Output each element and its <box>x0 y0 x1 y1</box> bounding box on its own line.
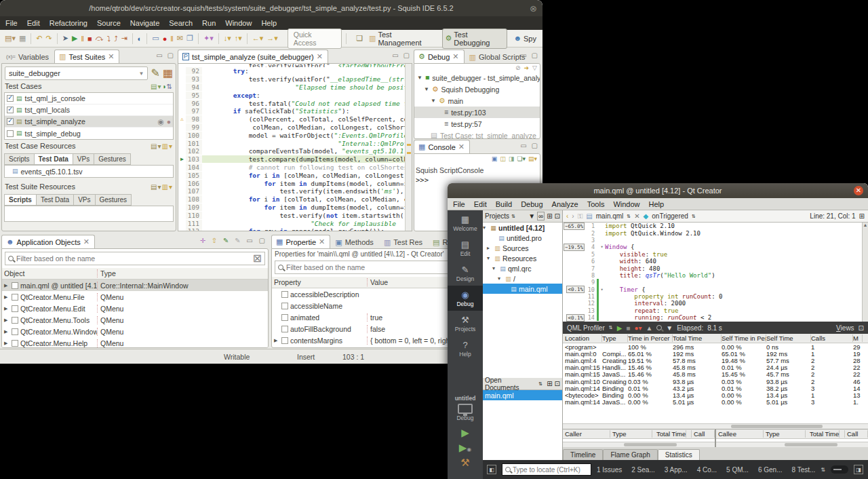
tab-console[interactable]: ▦Console ✕ <box>414 140 470 153</box>
menu-item-file[interactable]: File <box>5 19 18 27</box>
split-editor-icon[interactable]: ⊞ <box>859 212 865 220</box>
col-location[interactable]: Location <box>563 334 602 342</box>
annotation-marker[interactable] <box>407 144 411 146</box>
suite-combobox[interactable]: suite_debugger▼ <box>5 66 148 80</box>
test-case-row[interactable]: ▤tst_qml_js_console <box>5 93 173 104</box>
test-data-row[interactable]: ▤events_qt5.10.1.tsv <box>5 166 173 177</box>
col-mean[interactable]: M <box>853 334 863 342</box>
profiler-row[interactable]: main.qml:10 Creating 0.03 % 93.8 µs 0.03… <box>563 378 868 385</box>
document-dropdown[interactable]: main.qml <box>596 212 624 220</box>
minimize-maximize-icons[interactable]: ▭ ▢ <box>520 142 539 149</box>
tree-item-pro-file[interactable]: ▤untitled.pro <box>483 233 562 243</box>
output-pane-button[interactable]: 8 Test... <box>791 466 815 474</box>
step-return-icon[interactable]: ⤴ <box>113 35 119 43</box>
stack-frame[interactable]: ≡test.py:57 <box>414 118 540 130</box>
back-icon[interactable]: ‹ <box>566 212 568 220</box>
column-object[interactable]: Object <box>2 269 97 277</box>
run-test-icon[interactable]: ◉ <box>157 118 163 126</box>
profiler-row[interactable]: main.qml:4 Creating 19.51 % 57.8 ms 19.4… <box>563 357 868 364</box>
spy-pointer-icon[interactable]: ✦▾ <box>203 34 214 43</box>
new-resource-icon[interactable]: ▤▾ <box>151 183 161 191</box>
menu-item-refactoring[interactable]: Refactoring <box>50 19 87 27</box>
new-resource-icon[interactable]: ▤▾ <box>151 142 161 150</box>
annotation-marker[interactable] <box>407 152 411 154</box>
checkbox[interactable] <box>7 107 14 113</box>
output-pane-button[interactable]: 3 App... <box>665 466 688 474</box>
prev-annotation-icon[interactable]: ↑▾ <box>234 34 243 43</box>
new-test-case-icon[interactable]: ▤▾ <box>151 83 161 90</box>
checkbox[interactable] <box>281 337 288 344</box>
forward-icon[interactable]: →▾ <box>266 34 279 43</box>
open-folder-icon[interactable]: ▥▾ <box>162 142 173 150</box>
next-annotation-icon[interactable]: ↓▾ <box>223 34 232 43</box>
col-self-time[interactable]: Self Time <box>766 334 811 342</box>
mode-help[interactable]: ?Help <box>448 336 483 361</box>
python-console-icon[interactable]: ◐ <box>137 35 143 43</box>
new-icon[interactable]: ▤▾ <box>4 34 16 43</box>
filter-icon[interactable]: ▼ <box>528 212 535 220</box>
undo-icon[interactable]: ↶ <box>35 34 43 43</box>
editor-scrollbar[interactable] <box>405 64 412 231</box>
checkbox[interactable] <box>12 294 18 301</box>
run-to-line-icon[interactable]: ⇥ <box>120 34 127 43</box>
col-total-time[interactable]: Total Time ▲ <box>652 430 692 438</box>
code-editor[interactable]: test.verify(waitFor("__startedWithoutErr… <box>178 64 405 231</box>
checkbox[interactable] <box>7 130 14 137</box>
checkbox[interactable] <box>281 303 288 309</box>
views-button[interactable]: Views <box>836 324 854 332</box>
record-test-icon[interactable]: ● <box>167 118 171 126</box>
menu-item-analyze[interactable]: Analyze <box>552 200 578 208</box>
kit-selector[interactable]: untitled Debug ▶ ▶◉ ⚒ <box>448 395 483 469</box>
tab-properties[interactable]: ▦Propertie ✕ <box>271 235 330 248</box>
debug-tree-item[interactable]: ▼⚙main <box>414 95 540 107</box>
suite-settings-icon[interactable]: ▦ <box>163 68 173 79</box>
checkbox[interactable] <box>12 282 18 289</box>
mode-debug[interactable]: ◉Debug <box>448 286 483 311</box>
view-menu-icon[interactable]: ▽ <box>532 64 537 71</box>
qml-editor[interactable]: ~65.0%1import QtQuick 2.102import QtQuic… <box>563 223 868 322</box>
open-perspective-icon[interactable]: ❏ <box>356 35 363 42</box>
stop-icon[interactable]: ■ <box>87 35 93 43</box>
tcr-tab-scripts[interactable]: Scripts <box>4 153 34 165</box>
filter-icon[interactable]: ▼ <box>666 324 673 332</box>
open-folder-icon[interactable]: ▥▾ <box>162 183 173 191</box>
pane-menu-icon[interactable]: ⊡ <box>859 324 864 332</box>
menu-item-search[interactable]: Search <box>169 19 193 27</box>
checkbox[interactable] <box>12 305 18 312</box>
qml-editor-scrollbar[interactable]: ▲ <box>862 223 868 322</box>
qtcreator-titlebar[interactable]: main.qml @ untitled [4.12] - Qt Creator … <box>448 183 868 198</box>
disconnect-icon[interactable]: ⊘ <box>515 64 521 71</box>
start-profiling-icon[interactable]: ▶ <box>617 324 623 332</box>
mode-edit[interactable]: ▤Edit <box>448 235 483 261</box>
output-pane-button[interactable]: 4 Co... <box>697 466 717 474</box>
console-prompt[interactable]: >>> <box>414 174 540 184</box>
mode-welcome[interactable]: ▦Welcome <box>448 210 483 235</box>
test-case-row[interactable]: ▤tst_simple_debug <box>5 128 173 139</box>
snapshot-icon[interactable]: ▭ <box>151 34 159 43</box>
minimize-maximize-icons[interactable]: ▭ ▢ <box>392 52 411 59</box>
pause-icon[interactable]: ‖ <box>80 35 85 43</box>
tab-application-objects[interactable]: ☻Application Objects ✕ <box>1 235 95 248</box>
menu-item-debug[interactable]: Debug <box>521 200 542 208</box>
tree-item-sources[interactable]: ▸▥Sources <box>483 243 562 253</box>
debug-tree-root[interactable]: ▼■suite_debugger - tst_simple_analyze [ <box>414 72 540 83</box>
save-icon[interactable]: ▦ <box>18 34 26 43</box>
squish-titlebar[interactable]: /home/qtrob/dev/src/creator-squish/tests… <box>0 0 542 16</box>
output-pane-button[interactable]: 5 QM... <box>726 466 749 474</box>
column-property[interactable]: Property <box>272 278 367 286</box>
checkbox[interactable] <box>281 314 288 321</box>
tab-flame-graph[interactable]: Flame Graph <box>603 449 657 460</box>
menu-item-window[interactable]: Window <box>613 200 639 208</box>
remove-launch-icon[interactable]: ➜ <box>524 64 530 71</box>
menu-item-edit[interactable]: Edit <box>27 19 40 27</box>
output-pane-button[interactable]: 2 Sea... <box>631 466 654 474</box>
col-calls[interactable]: Call <box>692 430 715 438</box>
profiler-row[interactable]: main.qml:15 JavaS... 15.46 % 45.8 ms 15.… <box>563 371 868 378</box>
col-total-time[interactable]: Total Time <box>673 334 722 342</box>
tcr-tab-vps[interactable]: VPs <box>73 153 94 165</box>
sort-test-cases-icon[interactable]: ⇅ <box>167 83 173 90</box>
flamegraph-icon[interactable]: ▲ <box>646 324 652 332</box>
mode-projects[interactable]: ⚒Projects <box>448 311 483 336</box>
tsr-tab-gestures[interactable]: Gestures <box>95 194 132 206</box>
close-pane-icon[interactable]: ⊡ <box>555 380 560 387</box>
